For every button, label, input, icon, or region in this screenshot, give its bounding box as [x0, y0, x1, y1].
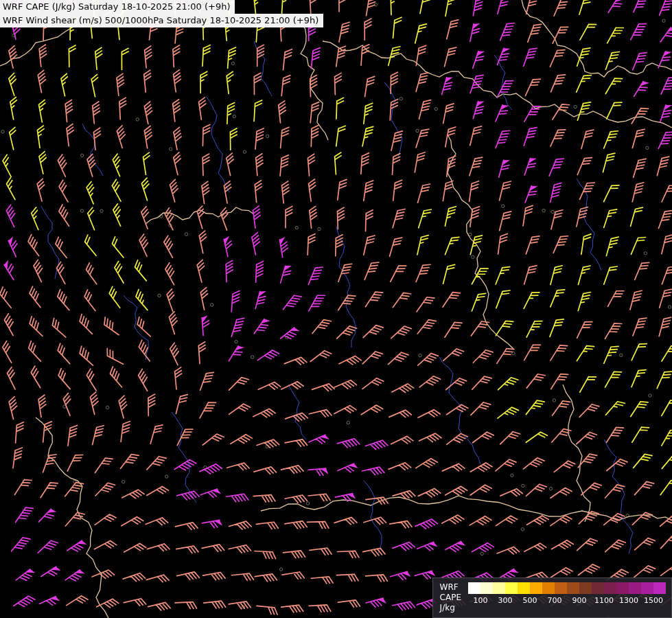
legend-tick-label: 1300: [619, 596, 638, 605]
legend-units-label: J/kg: [440, 603, 461, 613]
legend-swatch: [493, 582, 505, 594]
legend-swatch: [505, 582, 518, 594]
legend-labels: WRF CAPE J/kg: [440, 582, 461, 613]
title-windshear: WRF Wind shear (m/s) 500/1000hPa Saturda…: [0, 14, 323, 27]
legend-swatch: [653, 582, 666, 594]
legend-swatch: [555, 582, 567, 594]
legend-swatch: [468, 582, 480, 594]
legend-swatch: [629, 582, 641, 594]
legend-swatch: [616, 582, 629, 594]
legend-variable-label: CAPE: [440, 593, 461, 603]
legend-tick-label: 100: [474, 596, 488, 605]
legend-ticks: 100300500700900110013001500: [468, 596, 666, 606]
legend-tick-label: 300: [498, 596, 513, 605]
title-block: WRF CAPE (J/kg) Saturday 18-10-2025 21:0…: [0, 0, 323, 27]
legend-swatch: [542, 582, 555, 594]
legend-tick-label: 700: [548, 596, 562, 605]
legend-model-label: WRF: [440, 582, 461, 593]
cape-legend: WRF CAPE J/kg 10030050070090011001300150…: [432, 577, 672, 618]
legend-swatch: [530, 582, 542, 594]
legend-swatch: [592, 582, 604, 594]
weather-map: WRF CAPE (J/kg) Saturday 18-10-2025 21:0…: [0, 0, 672, 618]
legend-swatch: [579, 582, 592, 594]
legend-swatch: [480, 582, 493, 594]
legend-tick-label: 1500: [644, 596, 663, 605]
legend-tick-label: 500: [523, 596, 537, 605]
legend-swatch: [567, 582, 579, 594]
legend-tick-label: 1100: [594, 596, 614, 605]
legend-tick-label: 900: [572, 596, 587, 605]
legend-swatch: [604, 582, 616, 594]
legend-swatches: [468, 582, 666, 594]
legend-swatch: [518, 582, 530, 594]
legend-scale: 100300500700900110013001500: [468, 582, 666, 606]
title-cape: WRF CAPE (J/kg) Saturday 18-10-2025 21:0…: [0, 0, 235, 14]
legend-swatch: [641, 582, 653, 594]
map-canvas: [0, 0, 672, 618]
